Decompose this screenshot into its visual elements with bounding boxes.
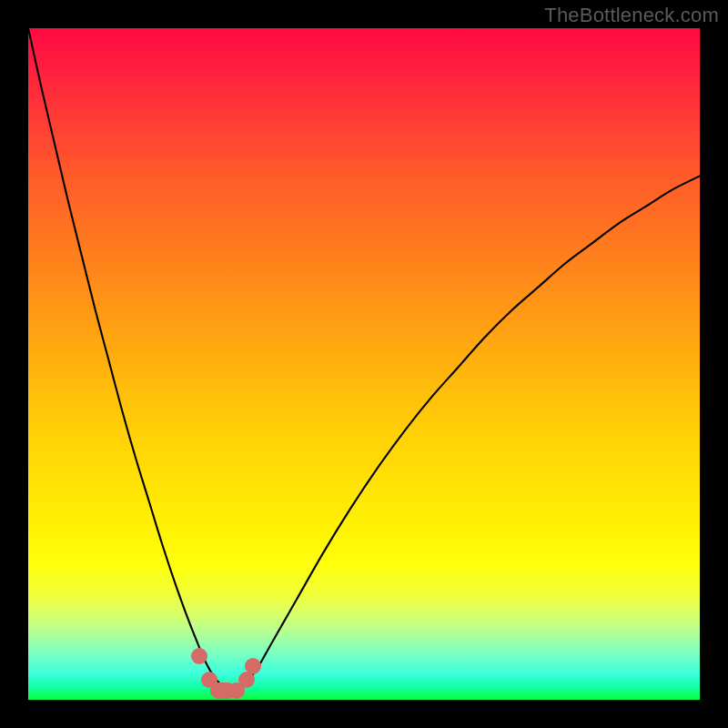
watermark-text: TheBottleneck.com [544, 4, 719, 27]
plot-area [28, 28, 700, 700]
bottleneck-curve [28, 28, 700, 700]
trough-marker [245, 658, 261, 674]
chart-frame: TheBottleneck.com [0, 0, 728, 728]
trough-marker [191, 648, 207, 664]
